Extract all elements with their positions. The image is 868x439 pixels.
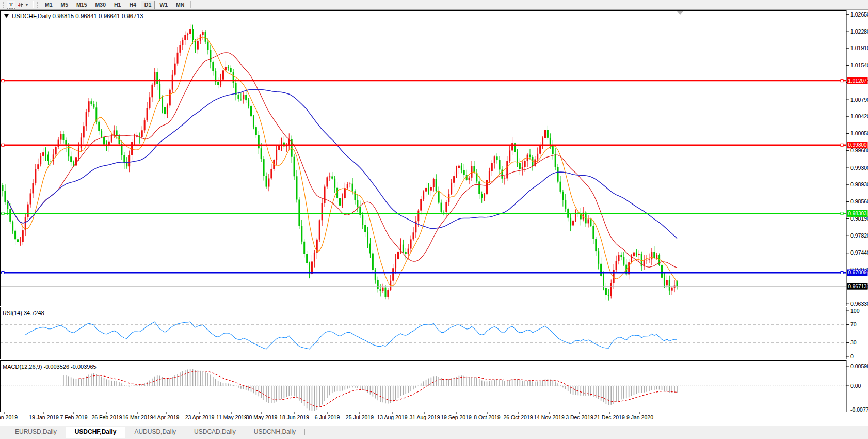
time-axis-label: 14 Nov 2019 — [534, 414, 565, 420]
time-axis-label: 1 Jan 2019 — [0, 414, 18, 420]
time-axis-label: 26 Oct 2019 — [503, 414, 533, 420]
time-axis-label: 13 Aug 2019 — [377, 414, 408, 420]
macd-axis-label: -0.007737 — [850, 406, 868, 413]
price-axis-label: 0.97440 — [850, 249, 868, 256]
cycle-arrows-button[interactable]: ▼ — [15, 1, 30, 9]
toolbar-separator — [33, 1, 33, 8]
text-tool-button[interactable]: T — [7, 1, 15, 9]
timeframe-button-M30[interactable]: M30 — [92, 1, 109, 9]
level-price-badge: 0.98303 — [848, 211, 867, 216]
chart-tab-audusd[interactable]: AUDUSD,Daily — [125, 427, 185, 437]
chevron-down-icon: ▼ — [25, 3, 29, 7]
timeframe-button-M15[interactable]: M15 — [73, 1, 90, 9]
line-handle[interactable] — [2, 144, 4, 146]
price-axis-label: 1.01910 — [850, 45, 868, 51]
timeframe-buttons: M1M5M15M30H1H4D1W1MN — [41, 1, 188, 9]
rsi-panel — [1, 307, 847, 359]
price-axis-label: 0.98560 — [850, 198, 868, 205]
level-price-badge: 0.97009 — [848, 270, 867, 275]
time-axis-label: 7 Feb 2019 — [60, 414, 87, 420]
price-axis-label: 1.00050 — [850, 130, 868, 136]
time-axis-label: 3 Dec 2019 — [566, 414, 593, 420]
price-axis-label: 1.00420 — [850, 113, 868, 119]
macd-axis-label: 0.005986 — [850, 363, 868, 369]
timeframe-button-M1[interactable]: M1 — [41, 1, 56, 9]
time-axis-label: 19 Jan 2019 — [29, 414, 59, 420]
chart-tab-usdcad[interactable]: USDCAD,Daily — [185, 427, 245, 437]
main-chart-panel — [1, 11, 847, 306]
time-axis-label: 16 Mar 2019 — [123, 414, 153, 420]
quote-line: USDCHF,Daily 0.96815 0.96841 0.96641 0.9… — [12, 13, 143, 19]
rsi-axis-label: 0 — [850, 353, 854, 359]
time-axis-label: 21 Dec 2019 — [594, 414, 625, 420]
time-axis-label: 6 Jul 2019 — [315, 414, 340, 420]
svg-text:0.96713: 0.96713 — [848, 284, 867, 289]
timeframe-button-MN[interactable]: MN — [172, 1, 188, 9]
line-handle[interactable] — [841, 80, 843, 82]
price-axis-label: 1.02280 — [850, 28, 868, 35]
timeframe-button-M5[interactable]: M5 — [57, 1, 72, 9]
time-axis-label: 4 Apr 2019 — [153, 414, 180, 420]
toolbar-grip[interactable] — [37, 2, 39, 8]
price-axis-label: 0.99300 — [850, 165, 868, 171]
rsi-label: RSI(14) 34.7248 — [3, 310, 44, 316]
rsi-axis-label: 30 — [850, 339, 857, 346]
chart-tab-eurusd[interactable]: EURUSD,Daily — [6, 427, 66, 437]
time-axis-label: 11 May 2019 — [216, 414, 247, 420]
time-axis-label: 23 Apr 2019 — [185, 414, 215, 420]
level-price-badge: 0.99800 — [848, 142, 867, 148]
cycle-arrows-icon — [17, 2, 24, 8]
time-axis-label: 26 Feb 2019 — [92, 414, 122, 420]
toolbar-separator — [190, 1, 191, 8]
timeframe-button-D1[interactable]: D1 — [141, 1, 155, 9]
price-axis-label: 1.02650 — [850, 11, 868, 18]
line-handle[interactable] — [2, 271, 4, 274]
time-axis-label: 18 Jun 2019 — [279, 414, 309, 420]
time-axis-label: 9 Jan 2020 — [626, 414, 653, 420]
rsi-axis-label: 70 — [850, 321, 857, 327]
timeframe-toolbar: T ▼ M1M5M15M30H1H4D1W1MN — [0, 0, 868, 9]
price-axis-label: 1.00790 — [850, 97, 868, 103]
time-axis-label: 19 Sep 2019 — [441, 414, 472, 420]
chart-tab-usdcnh[interactable]: USDCNH,Daily — [245, 427, 304, 437]
chart-tab-usdchf[interactable]: USDCHF,Daily — [66, 427, 126, 438]
chart-canvas[interactable]: 1.026501.022801.019101.015401.011701.007… — [0, 9, 868, 426]
line-handle[interactable] — [841, 212, 843, 215]
time-axis-label: 31 Aug 2019 — [410, 414, 440, 420]
price-axis-label: 0.98930 — [850, 181, 868, 187]
toolbar-grip[interactable] — [3, 2, 5, 8]
tab-separator — [304, 429, 305, 435]
macd-panel — [1, 361, 847, 412]
time-axis-label: 30 May 2019 — [246, 414, 278, 420]
rsi-axis-label: 100 — [850, 308, 860, 314]
bid-price-badge: 0.96713 — [847, 283, 868, 290]
price-axis-label: 1.01540 — [850, 62, 868, 68]
chart-tab-bar: EURUSD,DailyUSDCHF,DailyAUDUSD,DailyUSDC… — [0, 426, 868, 439]
chart-title: USDCHF,Daily 0.96815 0.96841 0.96641 0.9… — [4, 13, 143, 19]
macd-label: MACD(12,26,9) -0.003526 -0.003965 — [3, 364, 97, 370]
macd-axis-label: 0.00 — [850, 383, 861, 389]
level-price-badge: 1.01207 — [848, 78, 867, 84]
timeframe-button-H1[interactable]: H1 — [110, 1, 124, 9]
time-axis-label: 8 Oct 2019 — [474, 414, 501, 420]
line-handle[interactable] — [841, 271, 843, 274]
line-handle[interactable] — [2, 212, 4, 215]
line-handle[interactable] — [2, 80, 4, 82]
time-axis-label: 25 Jul 2019 — [346, 414, 374, 420]
price-axis-label: 0.97820 — [850, 232, 868, 239]
trading-app-window: T ▼ M1M5M15M30H1H4D1W1MN 1.026501.022801… — [0, 0, 868, 439]
price-axis-label: 0.96330 — [850, 301, 868, 307]
timeframe-button-H4[interactable]: H4 — [125, 1, 139, 9]
timeframe-button-W1[interactable]: W1 — [156, 1, 171, 9]
line-handle[interactable] — [841, 144, 843, 146]
